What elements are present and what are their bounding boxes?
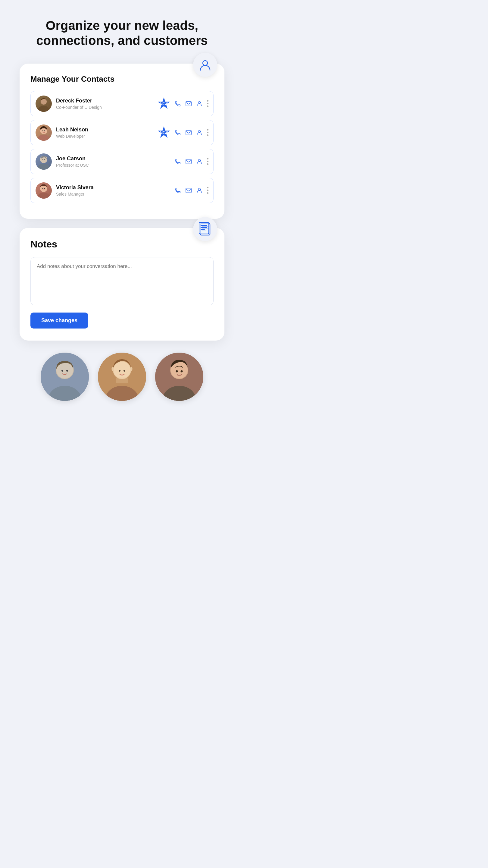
svg-rect-11 xyxy=(186,130,191,135)
contact-name-victoria: Victoria Sivera xyxy=(56,184,170,191)
bottom-avatar-2 xyxy=(98,352,146,401)
save-button[interactable]: Save changes xyxy=(30,313,88,329)
svg-point-46 xyxy=(124,370,125,372)
bottom-avatars-row xyxy=(20,352,224,401)
svg-point-39 xyxy=(61,370,63,372)
new-badge-dereck: NEW xyxy=(158,97,170,110)
more-options-victoria[interactable] xyxy=(207,187,208,194)
avatar-victoria xyxy=(36,182,52,198)
svg-point-3 xyxy=(38,106,50,112)
new-badge-leah: NEW xyxy=(158,126,170,139)
phone-icon-joe[interactable] xyxy=(174,158,181,165)
contact-info-victoria: Victoria Sivera Sales Manager xyxy=(56,184,170,196)
notes-textarea[interactable] xyxy=(30,257,214,305)
svg-point-6 xyxy=(198,101,200,103)
more-options-joe[interactable] xyxy=(207,158,208,165)
svg-rect-23 xyxy=(42,190,45,190)
svg-point-10 xyxy=(44,130,45,131)
phone-icon-dereck[interactable] xyxy=(174,100,181,107)
person-icon-leah[interactable] xyxy=(196,129,203,136)
contact-item-victoria: Victoria Sivera Sales Manager xyxy=(30,178,214,203)
svg-rect-5 xyxy=(186,101,191,106)
notes-card-icon xyxy=(193,217,217,241)
svg-point-40 xyxy=(66,370,68,372)
svg-point-45 xyxy=(119,370,121,372)
hero-title: Organize your new leads, connections, an… xyxy=(32,18,213,49)
contact-role-victoria: Sales Manager xyxy=(56,192,170,196)
contact-actions-joe xyxy=(174,158,208,165)
phone-icon-victoria[interactable] xyxy=(174,187,181,194)
svg-point-18 xyxy=(198,159,200,161)
svg-point-14 xyxy=(37,164,50,170)
svg-rect-47 xyxy=(116,377,128,383)
contact-info-dereck: Dereck Foster Co-Founder of U Design xyxy=(56,98,153,110)
svg-point-52 xyxy=(176,370,178,372)
contact-info-leah: Leah Nelson Web Developer xyxy=(56,127,153,138)
contact-name-dereck: Dereck Foster xyxy=(56,98,153,104)
svg-point-25 xyxy=(198,188,200,190)
svg-point-53 xyxy=(181,370,183,372)
svg-point-44 xyxy=(113,362,130,378)
mail-icon-victoria[interactable] xyxy=(185,187,192,194)
notes-title: Notes xyxy=(30,239,214,250)
svg-rect-24 xyxy=(186,188,191,193)
contact-item-joe: Joe Carson Professor at USC xyxy=(30,149,214,174)
mail-icon-dereck[interactable] xyxy=(185,100,192,107)
person-icon-joe[interactable] xyxy=(196,158,203,165)
contact-name-leah: Leah Nelson xyxy=(56,127,153,133)
contact-role-leah: Web Developer xyxy=(56,134,153,138)
more-options-dereck[interactable] xyxy=(207,100,208,107)
bottom-avatar-1 xyxy=(41,352,89,401)
svg-point-15 xyxy=(42,159,43,160)
svg-point-20 xyxy=(37,193,50,198)
contact-role-dereck: Co-Founder of U Design xyxy=(56,105,153,110)
contact-item-dereck: Dereck Foster Co-Founder of U Design NEW xyxy=(30,91,214,116)
contact-info-joe: Joe Carson Professor at USC xyxy=(56,156,170,167)
more-options-leah[interactable] xyxy=(207,129,208,136)
person-icon-victoria[interactable] xyxy=(196,187,203,194)
svg-point-9 xyxy=(42,130,43,131)
contact-role-joe: Professor at USC xyxy=(56,163,170,167)
svg-point-12 xyxy=(198,130,200,132)
person-icon-dereck[interactable] xyxy=(196,100,203,107)
contact-actions-victoria xyxy=(174,187,208,194)
svg-point-22 xyxy=(44,188,45,189)
contact-item-leah: Leah Nelson Web Developer NEW xyxy=(30,120,214,145)
bottom-avatar-3 xyxy=(155,352,203,401)
avatar-joe xyxy=(36,153,52,170)
mail-icon-leah[interactable] xyxy=(185,129,192,136)
svg-rect-30 xyxy=(199,222,209,234)
svg-point-21 xyxy=(42,188,43,189)
contacts-card: Manage Your Contacts Dereck Foster Co-Fo… xyxy=(20,64,224,219)
contacts-card-icon xyxy=(193,53,217,77)
contact-actions-leah: NEW xyxy=(158,126,208,139)
contacts-card-title: Manage Your Contacts xyxy=(30,74,214,84)
svg-rect-17 xyxy=(186,159,191,164)
phone-icon-leah[interactable] xyxy=(174,129,181,136)
svg-point-16 xyxy=(44,159,45,160)
avatar-dereck xyxy=(36,96,52,112)
contact-actions-dereck: NEW xyxy=(158,97,208,110)
notes-card: Notes Save changes xyxy=(20,228,224,341)
svg-point-0 xyxy=(203,61,207,65)
contact-name-joe: Joe Carson xyxy=(56,156,170,162)
avatar-leah xyxy=(36,124,52,141)
mail-icon-joe[interactable] xyxy=(185,158,192,165)
svg-point-8 xyxy=(37,135,50,141)
